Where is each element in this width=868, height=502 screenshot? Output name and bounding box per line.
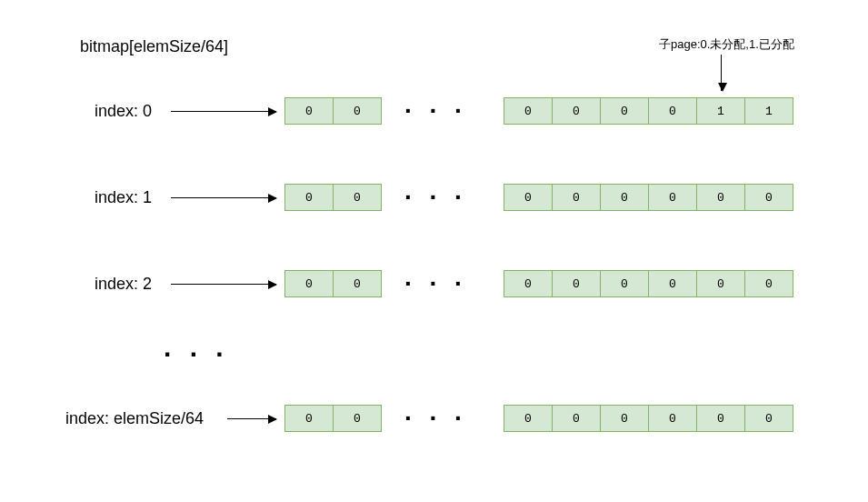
bit-cell: 0 xyxy=(284,405,334,432)
bit-cell: 1 xyxy=(696,97,745,125)
bit-cell: 1 xyxy=(744,97,793,125)
row-1-ellipsis: . . . xyxy=(404,176,467,206)
row-0-left-cells: 0 0 xyxy=(284,97,382,125)
row-0-ellipsis: . . . xyxy=(404,90,467,119)
row-label-3: index: elemSize/64 xyxy=(65,409,204,428)
bit-cell: 0 xyxy=(284,270,334,297)
row-arrow-3 xyxy=(227,418,276,419)
bit-cell: 0 xyxy=(504,97,553,125)
bit-cell: 0 xyxy=(552,97,601,125)
vertical-ellipsis: . . . xyxy=(164,332,229,363)
bit-cell: 0 xyxy=(600,97,649,125)
bit-cell: 0 xyxy=(333,270,382,297)
bit-cell: 0 xyxy=(744,405,793,432)
diagram-title: bitmap[elemSize/64] xyxy=(80,37,228,56)
bit-cell: 0 xyxy=(744,270,793,297)
row-label-2: index: 2 xyxy=(95,275,152,294)
allocation-note: 子page:0.未分配,1.已分配 xyxy=(659,36,794,53)
bit-cell: 0 xyxy=(744,184,793,211)
row-label-0: index: 0 xyxy=(95,102,152,121)
bit-cell: 0 xyxy=(552,405,601,432)
bit-cell: 0 xyxy=(648,270,697,297)
bit-cell: 0 xyxy=(696,405,745,432)
row-3-left-cells: 0 0 xyxy=(284,405,382,432)
bit-cell: 0 xyxy=(696,184,745,211)
bit-cell: 0 xyxy=(552,184,601,211)
row-0-right-cells: 0 0 0 0 1 1 xyxy=(504,97,793,125)
bit-cell: 0 xyxy=(600,405,649,432)
bit-cell: 0 xyxy=(333,184,382,211)
row-2-left-cells: 0 0 xyxy=(284,270,382,297)
bit-cell: 0 xyxy=(648,184,697,211)
row-arrow-0 xyxy=(171,111,276,112)
bit-cell: 0 xyxy=(600,184,649,211)
row-arrow-1 xyxy=(171,197,276,198)
row-1-left-cells: 0 0 xyxy=(284,184,382,211)
note-arrow xyxy=(721,55,722,91)
row-2-ellipsis: . . . xyxy=(404,263,467,292)
row-3-right-cells: 0 0 0 0 0 0 xyxy=(504,405,793,432)
bit-cell: 0 xyxy=(504,270,553,297)
bit-cell: 0 xyxy=(552,270,601,297)
bit-cell: 0 xyxy=(333,405,382,432)
row-2-right-cells: 0 0 0 0 0 0 xyxy=(504,270,793,297)
bit-cell: 0 xyxy=(333,97,382,125)
row-1-right-cells: 0 0 0 0 0 0 xyxy=(504,184,793,211)
bit-cell: 0 xyxy=(648,405,697,432)
bit-cell: 0 xyxy=(284,184,334,211)
bit-cell: 0 xyxy=(648,97,697,125)
bit-cell: 0 xyxy=(284,97,334,125)
bit-cell: 0 xyxy=(600,270,649,297)
bit-cell: 0 xyxy=(696,270,745,297)
row-label-1: index: 1 xyxy=(95,188,152,207)
bit-cell: 0 xyxy=(504,184,553,211)
bit-cell: 0 xyxy=(504,405,553,432)
row-arrow-2 xyxy=(171,284,276,285)
row-3-ellipsis: . . . xyxy=(404,397,467,427)
